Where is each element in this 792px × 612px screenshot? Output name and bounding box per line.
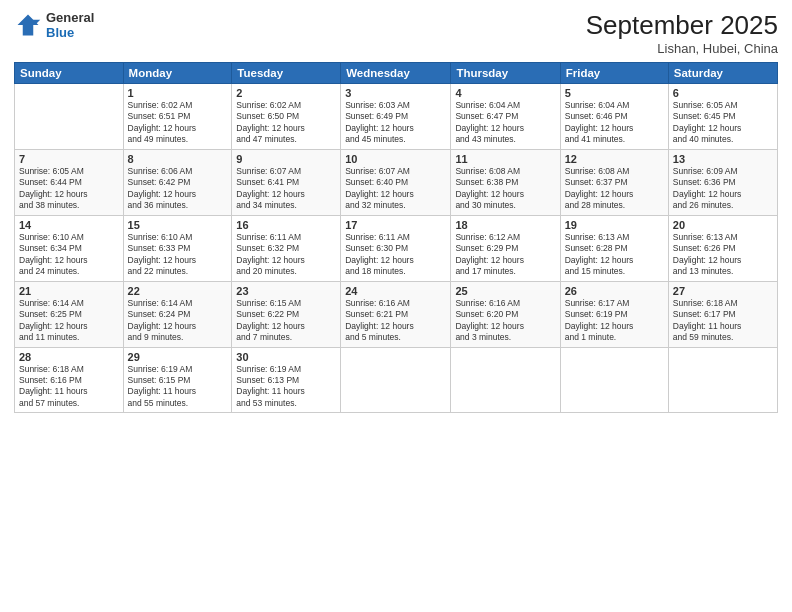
day-number: 9 <box>236 153 336 165</box>
day-info: Sunrise: 6:10 AM Sunset: 6:33 PM Dayligh… <box>128 232 228 278</box>
day-number: 5 <box>565 87 664 99</box>
day-number: 21 <box>19 285 119 297</box>
calendar-day-cell: 9Sunrise: 6:07 AM Sunset: 6:41 PM Daylig… <box>232 149 341 215</box>
day-number: 30 <box>236 351 336 363</box>
day-info: Sunrise: 6:11 AM Sunset: 6:32 PM Dayligh… <box>236 232 336 278</box>
calendar-day-cell: 16Sunrise: 6:11 AM Sunset: 6:32 PM Dayli… <box>232 215 341 281</box>
weekday-header: Saturday <box>668 63 777 84</box>
page: General Blue September 2025 Lishan, Hube… <box>0 0 792 612</box>
day-number: 1 <box>128 87 228 99</box>
calendar-day-cell: 15Sunrise: 6:10 AM Sunset: 6:33 PM Dayli… <box>123 215 232 281</box>
calendar-week-row: 7Sunrise: 6:05 AM Sunset: 6:44 PM Daylig… <box>15 149 778 215</box>
calendar-day-cell <box>341 347 451 413</box>
day-number: 24 <box>345 285 446 297</box>
day-number: 4 <box>455 87 555 99</box>
logo-blue-text: Blue <box>46 25 94 40</box>
calendar-day-cell: 6Sunrise: 6:05 AM Sunset: 6:45 PM Daylig… <box>668 84 777 150</box>
weekday-header: Tuesday <box>232 63 341 84</box>
calendar-day-cell: 30Sunrise: 6:19 AM Sunset: 6:13 PM Dayli… <box>232 347 341 413</box>
calendar-day-cell <box>668 347 777 413</box>
calendar-day-cell: 4Sunrise: 6:04 AM Sunset: 6:47 PM Daylig… <box>451 84 560 150</box>
day-info: Sunrise: 6:08 AM Sunset: 6:37 PM Dayligh… <box>565 166 664 212</box>
day-info: Sunrise: 6:14 AM Sunset: 6:24 PM Dayligh… <box>128 298 228 344</box>
day-info: Sunrise: 6:06 AM Sunset: 6:42 PM Dayligh… <box>128 166 228 212</box>
calendar-day-cell: 17Sunrise: 6:11 AM Sunset: 6:30 PM Dayli… <box>341 215 451 281</box>
day-info: Sunrise: 6:08 AM Sunset: 6:38 PM Dayligh… <box>455 166 555 212</box>
day-info: Sunrise: 6:15 AM Sunset: 6:22 PM Dayligh… <box>236 298 336 344</box>
weekday-header: Friday <box>560 63 668 84</box>
calendar-day-cell: 5Sunrise: 6:04 AM Sunset: 6:46 PM Daylig… <box>560 84 668 150</box>
month-title: September 2025 <box>586 10 778 41</box>
day-number: 27 <box>673 285 773 297</box>
day-info: Sunrise: 6:17 AM Sunset: 6:19 PM Dayligh… <box>565 298 664 344</box>
header: General Blue September 2025 Lishan, Hube… <box>14 10 778 56</box>
calendar-day-cell: 3Sunrise: 6:03 AM Sunset: 6:49 PM Daylig… <box>341 84 451 150</box>
calendar-day-cell <box>451 347 560 413</box>
day-number: 16 <box>236 219 336 231</box>
calendar-day-cell: 26Sunrise: 6:17 AM Sunset: 6:19 PM Dayli… <box>560 281 668 347</box>
day-number: 23 <box>236 285 336 297</box>
day-info: Sunrise: 6:05 AM Sunset: 6:45 PM Dayligh… <box>673 100 773 146</box>
day-number: 3 <box>345 87 446 99</box>
logo-icon <box>14 11 42 39</box>
day-number: 10 <box>345 153 446 165</box>
calendar-week-row: 28Sunrise: 6:18 AM Sunset: 6:16 PM Dayli… <box>15 347 778 413</box>
day-number: 14 <box>19 219 119 231</box>
day-info: Sunrise: 6:13 AM Sunset: 6:28 PM Dayligh… <box>565 232 664 278</box>
calendar-day-cell <box>15 84 124 150</box>
day-number: 11 <box>455 153 555 165</box>
calendar-day-cell: 20Sunrise: 6:13 AM Sunset: 6:26 PM Dayli… <box>668 215 777 281</box>
calendar-day-cell: 23Sunrise: 6:15 AM Sunset: 6:22 PM Dayli… <box>232 281 341 347</box>
day-info: Sunrise: 6:14 AM Sunset: 6:25 PM Dayligh… <box>19 298 119 344</box>
calendar-day-cell: 14Sunrise: 6:10 AM Sunset: 6:34 PM Dayli… <box>15 215 124 281</box>
calendar-day-cell: 1Sunrise: 6:02 AM Sunset: 6:51 PM Daylig… <box>123 84 232 150</box>
day-number: 29 <box>128 351 228 363</box>
day-info: Sunrise: 6:12 AM Sunset: 6:29 PM Dayligh… <box>455 232 555 278</box>
calendar-day-cell <box>560 347 668 413</box>
weekday-header: Wednesday <box>341 63 451 84</box>
day-number: 15 <box>128 219 228 231</box>
calendar-week-row: 1Sunrise: 6:02 AM Sunset: 6:51 PM Daylig… <box>15 84 778 150</box>
day-info: Sunrise: 6:16 AM Sunset: 6:20 PM Dayligh… <box>455 298 555 344</box>
day-number: 17 <box>345 219 446 231</box>
calendar-day-cell: 8Sunrise: 6:06 AM Sunset: 6:42 PM Daylig… <box>123 149 232 215</box>
day-info: Sunrise: 6:09 AM Sunset: 6:36 PM Dayligh… <box>673 166 773 212</box>
calendar-day-cell: 28Sunrise: 6:18 AM Sunset: 6:16 PM Dayli… <box>15 347 124 413</box>
calendar-header-row: SundayMondayTuesdayWednesdayThursdayFrid… <box>15 63 778 84</box>
calendar-day-cell: 2Sunrise: 6:02 AM Sunset: 6:50 PM Daylig… <box>232 84 341 150</box>
calendar-day-cell: 7Sunrise: 6:05 AM Sunset: 6:44 PM Daylig… <box>15 149 124 215</box>
day-number: 12 <box>565 153 664 165</box>
day-number: 13 <box>673 153 773 165</box>
day-number: 26 <box>565 285 664 297</box>
calendar-week-row: 21Sunrise: 6:14 AM Sunset: 6:25 PM Dayli… <box>15 281 778 347</box>
day-info: Sunrise: 6:18 AM Sunset: 6:17 PM Dayligh… <box>673 298 773 344</box>
day-info: Sunrise: 6:11 AM Sunset: 6:30 PM Dayligh… <box>345 232 446 278</box>
day-info: Sunrise: 6:13 AM Sunset: 6:26 PM Dayligh… <box>673 232 773 278</box>
day-number: 8 <box>128 153 228 165</box>
day-info: Sunrise: 6:07 AM Sunset: 6:40 PM Dayligh… <box>345 166 446 212</box>
calendar-day-cell: 19Sunrise: 6:13 AM Sunset: 6:28 PM Dayli… <box>560 215 668 281</box>
day-info: Sunrise: 6:04 AM Sunset: 6:47 PM Dayligh… <box>455 100 555 146</box>
calendar-day-cell: 11Sunrise: 6:08 AM Sunset: 6:38 PM Dayli… <box>451 149 560 215</box>
calendar-table: SundayMondayTuesdayWednesdayThursdayFrid… <box>14 62 778 413</box>
calendar-week-row: 14Sunrise: 6:10 AM Sunset: 6:34 PM Dayli… <box>15 215 778 281</box>
day-number: 19 <box>565 219 664 231</box>
calendar-day-cell: 27Sunrise: 6:18 AM Sunset: 6:17 PM Dayli… <box>668 281 777 347</box>
day-info: Sunrise: 6:02 AM Sunset: 6:51 PM Dayligh… <box>128 100 228 146</box>
logo-text: General Blue <box>46 10 94 40</box>
day-number: 28 <box>19 351 119 363</box>
day-info: Sunrise: 6:16 AM Sunset: 6:21 PM Dayligh… <box>345 298 446 344</box>
calendar-day-cell: 22Sunrise: 6:14 AM Sunset: 6:24 PM Dayli… <box>123 281 232 347</box>
calendar-day-cell: 13Sunrise: 6:09 AM Sunset: 6:36 PM Dayli… <box>668 149 777 215</box>
logo: General Blue <box>14 10 94 40</box>
day-info: Sunrise: 6:10 AM Sunset: 6:34 PM Dayligh… <box>19 232 119 278</box>
day-info: Sunrise: 6:19 AM Sunset: 6:15 PM Dayligh… <box>128 364 228 410</box>
day-number: 20 <box>673 219 773 231</box>
logo-general-text: General <box>46 10 94 25</box>
title-block: September 2025 Lishan, Hubei, China <box>586 10 778 56</box>
day-info: Sunrise: 6:05 AM Sunset: 6:44 PM Dayligh… <box>19 166 119 212</box>
calendar-day-cell: 10Sunrise: 6:07 AM Sunset: 6:40 PM Dayli… <box>341 149 451 215</box>
weekday-header: Thursday <box>451 63 560 84</box>
day-info: Sunrise: 6:18 AM Sunset: 6:16 PM Dayligh… <box>19 364 119 410</box>
day-number: 7 <box>19 153 119 165</box>
